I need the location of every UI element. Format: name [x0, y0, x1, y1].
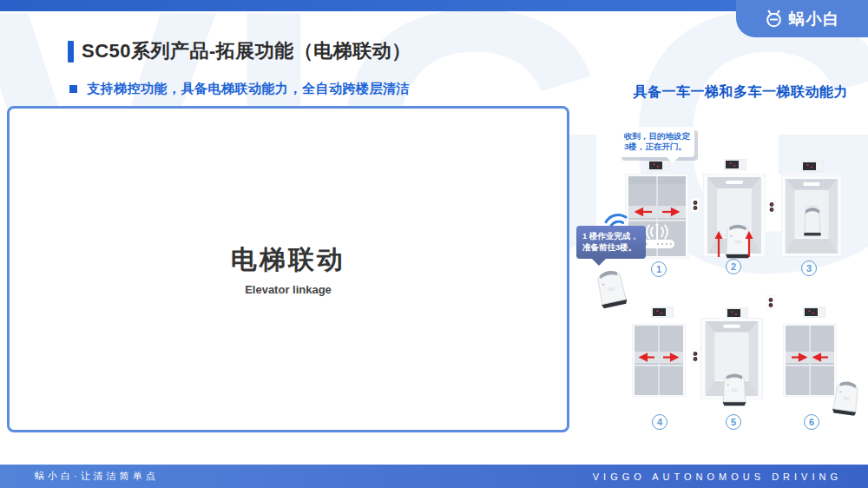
title-accent-bar [68, 41, 74, 63]
step-number-1: 1 [651, 261, 667, 277]
logo-text: 蜗小白 [789, 9, 841, 30]
diagram-heading: 具备一车一梯和多车一梯联动能力 [634, 83, 849, 102]
bullet-row: 支持梯控功能，具备电梯联动能力，全自动跨楼层清洁 [69, 81, 410, 97]
elevator-6-doors-closing [783, 324, 837, 397]
floor-display [803, 307, 825, 318]
up-arrow [714, 230, 723, 259]
footer-slogan: 蜗小白·让清洁简单点 [35, 470, 159, 483]
page-title: SC50系列产品-拓展功能（电梯联动） [82, 38, 411, 64]
cleaning-robot [827, 375, 865, 419]
bullet-text: 支持梯控功能，具备电梯联动能力，全自动跨楼层清洁 [87, 81, 410, 97]
bubble-line: 1 楼作业完成， [582, 231, 640, 242]
slide: VIGGO 蜗小白 SC50系列产品-拓展功能（电梯联动） 支持梯控功能，具备电… [0, 0, 868, 488]
elevator-reply-bubble: 收到，目的地设定 3楼，正在开门。 [618, 127, 694, 157]
footer-bar: 蜗小白·让清洁简单点 VIGGO AUTONOMOUS DRIVING [0, 465, 868, 488]
bubble-line: 收到，目的地设定 [624, 131, 688, 142]
cleaning-robot [719, 368, 750, 409]
up-arrow [745, 230, 753, 259]
bubble-line: 准备前往3楼。 [582, 242, 640, 254]
hall-call-buttons [767, 200, 776, 214]
elevator-diagram: 收到，目的地设定 3楼，正在开门。 [538, 113, 868, 460]
step-number-2: 2 [726, 259, 741, 274]
card-subtitle: Elevator linkage [245, 283, 332, 296]
cleaning-robot [588, 262, 634, 313]
elevator-4-doors-opening [632, 324, 686, 397]
floor-display [801, 161, 824, 172]
floor-display [651, 307, 674, 318]
title-row: SC50系列产品-拓展功能（电梯联动） [68, 38, 411, 64]
robot-message-bubble: 1 楼作业完成， 准备前往3楼。 [576, 226, 646, 259]
bubble-line: 3楼，正在开门。 [624, 142, 688, 152]
elevator-linkage-card: 电梯联动 Elevator linkage [7, 106, 569, 432]
footer-brand-en: VIGGO AUTONOMOUS DRIVING [593, 472, 842, 482]
step-number-3: 3 [801, 260, 817, 276]
hall-call-buttons [691, 349, 700, 364]
floor-display [724, 159, 746, 170]
hall-call-buttons [691, 198, 700, 213]
bullet-square-icon [69, 85, 77, 93]
step-number-5: 5 [726, 414, 741, 430]
snail-icon [764, 9, 784, 29]
card-title: 电梯联动 [231, 242, 345, 278]
cleaning-robot-back [799, 200, 826, 238]
step-number-4: 4 [652, 414, 667, 430]
brand-logo: 蜗小白 [736, 0, 868, 37]
step-number-6: 6 [804, 414, 819, 430]
hall-call-buttons [766, 295, 775, 310]
